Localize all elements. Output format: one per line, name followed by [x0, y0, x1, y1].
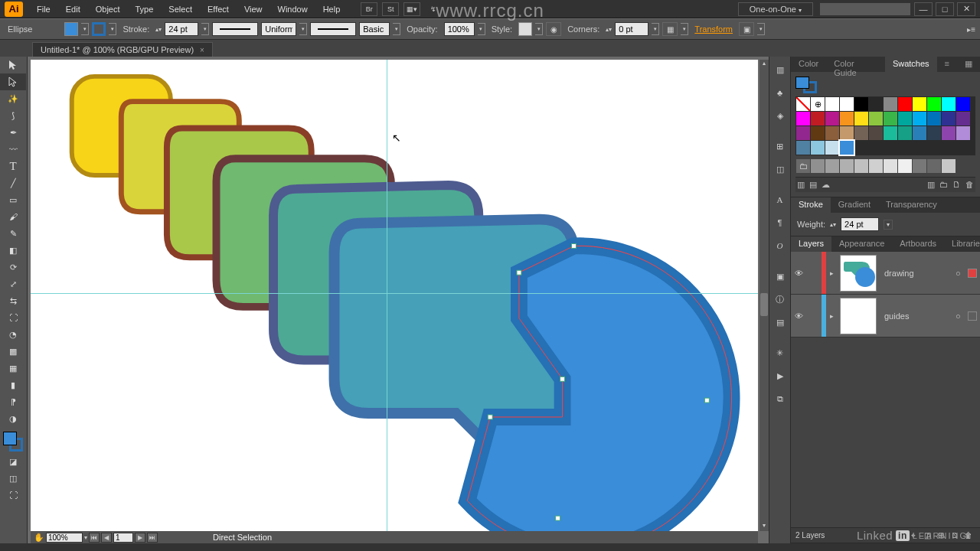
expand-icon[interactable]: ▸: [826, 269, 837, 277]
swatch-cell[interactable]: [927, 126, 941, 140]
swatch-cell[interactable]: [840, 159, 854, 173]
swatch-selected[interactable]: [840, 141, 854, 155]
magic-wand-tool[interactable]: ✨: [0, 90, 26, 107]
swatch-cell[interactable]: [796, 112, 810, 126]
swatch-cell[interactable]: [869, 97, 883, 111]
prev-artboard[interactable]: ◀: [101, 533, 112, 543]
swatch-cell[interactable]: [825, 126, 839, 140]
width-tool[interactable]: ⇆: [0, 292, 26, 309]
swatch-cell[interactable]: [884, 126, 897, 140]
color-mode[interactable]: ◪: [0, 453, 26, 470]
symbols-icon[interactable]: ◈: [770, 106, 790, 126]
swatch-registration[interactable]: ⊕: [811, 97, 825, 111]
play-icon[interactable]: ▶: [770, 366, 790, 386]
swatch-cell[interactable]: [913, 112, 926, 126]
swatch-cell[interactable]: [884, 112, 897, 126]
menu-select[interactable]: Select: [161, 2, 200, 16]
isolate-icon[interactable]: ▣: [739, 22, 754, 36]
search-input[interactable]: [819, 2, 911, 16]
tab-close-icon[interactable]: ×: [200, 46, 204, 54]
stroke-swatch[interactable]: [92, 22, 106, 36]
scale-tool[interactable]: ⤢: [0, 276, 26, 292]
swatch-cell[interactable]: [869, 159, 883, 173]
corners-input[interactable]: [615, 22, 648, 36]
layer-name[interactable]: drawing: [880, 269, 956, 278]
expand-icon[interactable]: ▸: [826, 312, 837, 320]
swatch-folder-icon[interactable]: 🗀: [796, 159, 810, 173]
swatch-cell[interactable]: [898, 159, 912, 173]
brushes-icon[interactable]: ♣: [770, 83, 790, 103]
recolor-icon[interactable]: ◉: [546, 22, 561, 36]
stroke-weight-dd-icon[interactable]: ▾: [884, 220, 893, 230]
info-icon[interactable]: ⓘ: [770, 289, 790, 309]
perspective-tool[interactable]: ▩: [0, 343, 26, 360]
workspace-switcher[interactable]: One-on-One ▾: [738, 2, 813, 16]
tab-color[interactable]: Color: [791, 57, 826, 72]
brush-name[interactable]: [359, 22, 390, 36]
target-icon[interactable]: ○: [956, 311, 968, 321]
window-minimize[interactable]: —: [914, 2, 933, 16]
swatch-cell[interactable]: [825, 97, 839, 111]
swatch-cell[interactable]: [898, 112, 912, 126]
swatch-cell[interactable]: [840, 97, 854, 111]
stroke-weight-field[interactable]: [841, 217, 879, 231]
gradient-tool[interactable]: ▮: [0, 377, 26, 393]
tab-appearance[interactable]: Appearance: [831, 236, 892, 252]
document-tab[interactable]: Untitled-1* @ 100% (RGB/GPU Preview) ×: [32, 42, 213, 57]
stroke-weight-dd[interactable]: ▾: [201, 23, 209, 35]
menu-edit[interactable]: Edit: [58, 2, 88, 16]
swatch-cell[interactable]: [898, 97, 912, 111]
swatch-cell[interactable]: [927, 159, 941, 173]
menu-file[interactable]: File: [29, 2, 58, 16]
actions-icon[interactable]: ▣: [770, 266, 790, 286]
swatch-cell[interactable]: [840, 112, 854, 126]
screen-mode[interactable]: ⛶: [0, 487, 26, 504]
pencil-tool[interactable]: ✎: [0, 225, 26, 242]
swatch-cell[interactable]: [913, 159, 926, 173]
magic-icon[interactable]: ✳: [770, 343, 790, 363]
swatch-cell[interactable]: [854, 112, 868, 126]
align-panel-icon[interactable]: ⊞: [770, 136, 790, 156]
artboard-number[interactable]: [113, 533, 133, 543]
swatch-none[interactable]: [796, 97, 810, 111]
stroke-weight-input[interactable]: [165, 22, 198, 36]
style-swatch[interactable]: [518, 22, 532, 36]
swatch-cell[interactable]: [825, 159, 839, 173]
swatch-cell[interactable]: [825, 112, 839, 126]
eraser-tool[interactable]: ◧: [0, 242, 26, 259]
links-icon[interactable]: ⧉: [770, 389, 790, 409]
menu-effect[interactable]: Effect: [200, 2, 237, 16]
tab-swatches[interactable]: Swatches: [885, 57, 937, 72]
menu-type[interactable]: Type: [128, 2, 162, 16]
swatch-cell[interactable]: [942, 97, 956, 111]
swatch-cell[interactable]: [884, 159, 897, 173]
swatch-cell[interactable]: [796, 126, 810, 140]
menu-window[interactable]: Window: [270, 2, 315, 16]
eyedropper-tool[interactable]: ⁋: [0, 393, 26, 410]
shape-builder-tool[interactable]: ◔: [0, 326, 26, 343]
swatch-cell[interactable]: [825, 141, 839, 155]
fill-swatch[interactable]: [64, 22, 78, 36]
opentype-icon[interactable]: O: [770, 236, 790, 256]
swatch-cell[interactable]: [854, 159, 868, 173]
stroke-profile[interactable]: [212, 22, 258, 36]
tab-artboards[interactable]: Artboards: [892, 236, 944, 252]
list-view-icon[interactable]: ≡: [937, 57, 957, 72]
menu-object[interactable]: Object: [88, 2, 128, 16]
next-artboard[interactable]: ▶: [135, 533, 145, 543]
rectangle-tool[interactable]: ▭: [0, 191, 26, 208]
swatch-cell[interactable]: [913, 97, 926, 111]
window-maximize[interactable]: □: [936, 2, 954, 16]
blend-tool[interactable]: ◑: [0, 410, 26, 427]
layer-name[interactable]: guides: [880, 311, 956, 321]
paintbrush-tool[interactable]: 🖌: [0, 208, 26, 225]
swatch-cell[interactable]: [942, 112, 956, 126]
swatch-cell[interactable]: [942, 126, 956, 140]
swatch-cell[interactable]: [869, 126, 883, 140]
pathfinder-icon[interactable]: ◫: [770, 159, 790, 179]
grid-view-icon[interactable]: ▦: [957, 57, 980, 72]
new-folder-icon[interactable]: 🗀: [939, 180, 948, 190]
mesh-tool[interactable]: ▦: [0, 360, 26, 377]
line-tool[interactable]: ╱: [0, 174, 26, 191]
swatch-cell[interactable]: [854, 97, 868, 111]
